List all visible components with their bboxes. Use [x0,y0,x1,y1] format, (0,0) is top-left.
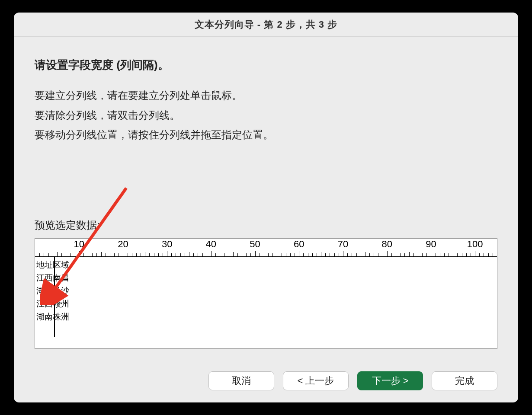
cancel-button[interactable]: 取消 [208,371,274,390]
cell-col1: 湖南 [36,312,53,321]
instruction-line-1: 要建立分列线，请在要建立分列处单击鼠标。 [35,86,497,105]
ruler-label: 80 [381,239,392,250]
dialog-buttons: 取消 < 上一步 下一步 > 完成 [14,361,518,402]
ruler-label: 100 [467,239,483,250]
dialog-content: 请设置字段宽度 (列间隔)。 要建立分列线，请在要建立分列处单击鼠标。 要清除分… [14,37,518,361]
cell-col1: 江西 [36,273,53,282]
back-button[interactable]: < 上一步 [283,371,349,390]
preview-box: 102030405060708090100 地址区域江西南昌湖南长沙江西赣州湖南… [35,238,497,349]
next-button[interactable]: 下一步 > [357,371,423,390]
instruction-line-2: 要清除分列线，请双击分列线。 [35,105,497,125]
table-row: 湖南株洲 [36,311,69,322]
dialog-title: 文本分列向导 - 第 2 步，共 3 步 [14,13,518,37]
preview-label: 预览选定数据: [35,218,497,232]
ruler-label: 50 [250,239,260,250]
instructions-block: 要建立分列线，请在要建立分列处单击鼠标。 要清除分列线，请双击分列线。 要移动分… [35,86,497,145]
cell-col2: 株洲 [53,312,69,321]
cell-col2: 南昌 [53,273,69,282]
ruler-label: 70 [338,239,348,250]
ruler-label: 10 [74,239,84,250]
text-columns-wizard-dialog: 文本分列向导 - 第 2 步，共 3 步 请设置字段宽度 (列间隔)。 要建立分… [14,13,518,402]
ruler-label: 40 [206,239,216,250]
cell-col1: 地址 [36,260,53,269]
preview-data-area[interactable]: 地址区域江西南昌湖南长沙江西赣州湖南株洲 [35,257,497,337]
ruler-label: 20 [118,239,128,250]
instruction-line-3: 要移动分列线位置，请按住分列线并拖至指定位置。 [35,125,497,145]
cell-col2: 赣州 [53,299,69,308]
ruler-label: 90 [426,239,436,250]
ruler-label: 60 [294,239,304,250]
finish-button[interactable]: 完成 [432,371,497,390]
cell-col1: 湖南 [36,286,53,295]
ruler-label: 30 [162,239,172,250]
table-row: 湖南长沙 [36,285,69,297]
cell-col2: 长沙 [53,286,69,295]
table-row: 江西赣州 [36,298,69,310]
table-row: 江西南昌 [36,272,69,284]
ruler[interactable]: 102030405060708090100 [35,239,497,257]
cell-col1: 江西 [36,299,53,308]
section-heading: 请设置字段宽度 (列间隔)。 [35,57,497,73]
cell-col2: 区域 [53,260,69,269]
table-row: 地址区域 [36,259,69,271]
